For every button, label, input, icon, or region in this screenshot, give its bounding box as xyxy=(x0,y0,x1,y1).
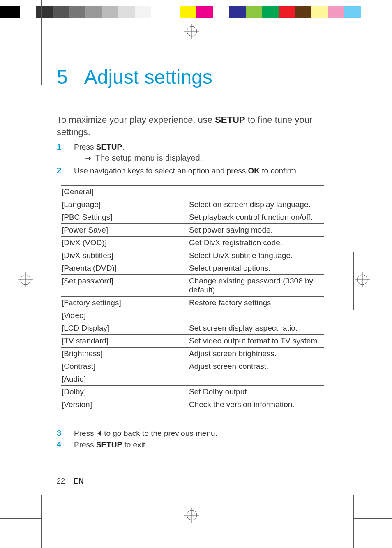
color-swatch xyxy=(118,6,135,18)
setting-key: [Version] xyxy=(61,398,188,411)
table-row: [DivX subtitles]Select DivX subtitle lan… xyxy=(61,249,324,262)
registration-mark-icon xyxy=(18,272,33,287)
language-code: EN xyxy=(74,477,84,485)
color-swatch xyxy=(69,6,85,18)
page-content: 5 Adjust settings To maximize your play … xyxy=(57,66,336,451)
intro-text: To maximize your play experience, use SE… xyxy=(57,114,336,138)
color-swatch xyxy=(20,6,36,18)
step-number: 2 xyxy=(57,166,65,175)
settings-table: [General][Language]Select on-screen disp… xyxy=(61,185,324,411)
setting-key: [Language] xyxy=(61,198,188,211)
result-arrow-icon xyxy=(85,154,92,163)
color-swatch xyxy=(246,6,262,18)
color-swatch xyxy=(0,6,20,18)
setting-key: [Video] xyxy=(61,309,188,322)
setting-key: [Brightness] xyxy=(61,347,188,360)
table-row: [Brightness]Adjust screen brightness. xyxy=(61,347,324,360)
table-row: [DivX (VOD)]Get DivX registration code. xyxy=(61,236,324,249)
color-swatch xyxy=(85,6,102,18)
page-footer: 22 EN xyxy=(57,477,84,486)
color-swatch xyxy=(102,6,118,18)
setting-desc xyxy=(188,309,324,322)
setting-key: [DivX subtitles] xyxy=(61,249,188,262)
reg-line xyxy=(192,523,192,548)
step-item: 2 Use navigation keys to select an optio… xyxy=(57,166,336,175)
color-swatch xyxy=(53,6,69,18)
setting-key: [LCD Display] xyxy=(61,322,188,334)
step-text: Press to go back to the previous menu. xyxy=(74,429,336,438)
table-row: [Parental(DVD)]Select parental options. xyxy=(61,262,324,274)
setting-desc: Select on-screen display language. xyxy=(188,198,324,211)
color-swatch xyxy=(262,6,279,18)
crop-line xyxy=(353,495,354,548)
setting-desc xyxy=(188,373,324,385)
registration-mark-icon xyxy=(184,24,199,39)
color-swatch xyxy=(279,6,295,18)
setting-key: [TV standard] xyxy=(61,334,188,347)
table-row: [Factory settings]Restore factory settin… xyxy=(61,296,324,309)
color-swatch xyxy=(344,6,361,18)
registration-mark-icon xyxy=(184,508,199,523)
table-row: [LCD Display]Set screen display aspect r… xyxy=(61,322,324,334)
setting-key: [General] xyxy=(61,185,188,198)
steps-list-after: 3 Press to go back to the previous menu.… xyxy=(57,428,336,449)
table-row: [Version]Check the version information. xyxy=(61,398,324,411)
reg-line xyxy=(370,280,392,280)
table-row: [PBC Settings]Set playback control funct… xyxy=(61,211,324,223)
chapter-title: Adjust settings xyxy=(84,66,212,88)
setting-key: [Audio] xyxy=(61,373,188,385)
table-row: [Contrast]Adjust screen contrast. xyxy=(61,360,324,373)
chapter-number: 5 xyxy=(57,66,68,88)
setting-key: [Parental(DVD)] xyxy=(61,262,188,274)
step-text: Press SETUP. xyxy=(74,143,336,152)
table-row: [Language]Select on-screen display langu… xyxy=(61,198,324,211)
reg-line xyxy=(192,39,192,48)
chapter-heading: 5 Adjust settings xyxy=(57,66,336,88)
settings-tbody: [General][Language]Select on-screen disp… xyxy=(61,185,324,411)
setting-desc: Set power saving mode. xyxy=(188,223,324,236)
color-swatch xyxy=(36,6,53,18)
color-swatch xyxy=(328,6,344,18)
table-row: [TV standard]Set video output format to … xyxy=(61,334,324,347)
color-swatch xyxy=(151,6,180,18)
table-row: [Set password]Change existing password (… xyxy=(61,274,324,296)
step-text: Press SETUP to exit. xyxy=(74,440,336,449)
setting-desc: Restore factory settings. xyxy=(188,296,324,309)
color-swatch xyxy=(135,6,151,18)
registration-mark-icon xyxy=(355,272,370,287)
print-color-bar xyxy=(0,6,392,18)
step-item: 3 Press to go back to the previous menu. xyxy=(57,428,336,438)
crop-line xyxy=(353,252,354,310)
setting-key: [Power Save] xyxy=(61,223,188,236)
crop-line xyxy=(353,518,392,519)
steps-list: 1 Press SETUP. xyxy=(57,142,336,152)
setting-key: [Contrast] xyxy=(61,360,188,373)
table-row: [Power Save]Set power saving mode. xyxy=(61,223,324,236)
setting-desc: Check the version information. xyxy=(188,398,324,411)
step-item: 1 Press SETUP. xyxy=(57,142,336,152)
color-swatch xyxy=(180,6,196,18)
left-triangle-icon xyxy=(96,429,102,438)
table-row: [Dolby]Set Dolby output. xyxy=(61,385,324,398)
setting-desc: Set screen display aspect ratio. xyxy=(188,322,324,334)
table-row: [Audio] xyxy=(61,373,324,385)
table-row: [Video] xyxy=(61,309,324,322)
setting-key: [PBC Settings] xyxy=(61,211,188,223)
crop-line xyxy=(41,0,42,85)
setting-key: [Factory settings] xyxy=(61,296,188,309)
step-text: Use navigation keys to select an option … xyxy=(74,166,336,175)
step-item: 4 Press SETUP to exit. xyxy=(57,440,336,449)
reg-line xyxy=(192,500,192,508)
step-number: 4 xyxy=(57,440,65,449)
step-number: 1 xyxy=(57,142,65,152)
reg-line xyxy=(345,280,355,280)
color-swatch xyxy=(213,6,229,18)
setting-desc: Change existing password (3308 by defaul… xyxy=(188,274,324,296)
setting-desc: Adjust screen contrast. xyxy=(188,360,324,373)
setting-desc xyxy=(188,185,324,198)
color-swatch xyxy=(196,6,213,18)
step-result: The setup menu is displayed. xyxy=(85,153,336,163)
setting-key: [Dolby] xyxy=(61,385,188,398)
step-number: 3 xyxy=(57,428,65,438)
intro-prefix: To maximize your play experience, use xyxy=(57,115,215,125)
